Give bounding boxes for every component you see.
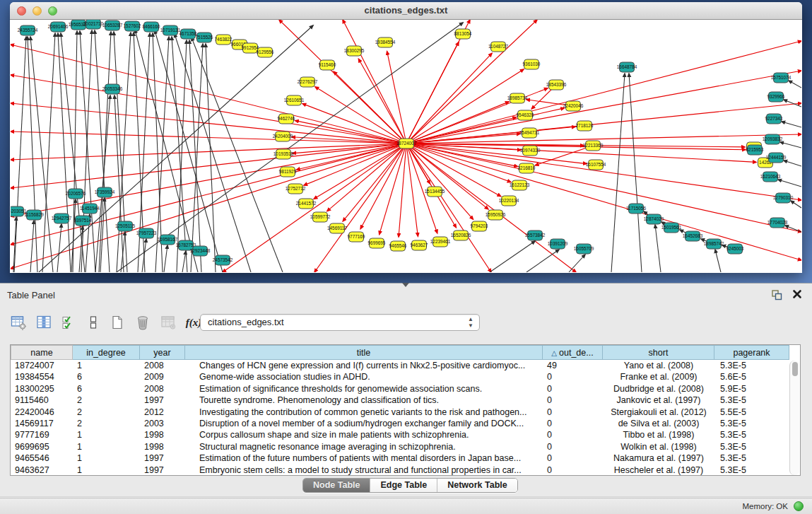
graph-node[interactable]: 22420046 [563,101,584,111]
graph-node[interactable]: 10220134 [499,196,519,206]
graph-node[interactable]: 24355724 [18,25,38,35]
graph-node[interactable]: 17957223 [136,228,157,238]
column-header-in_degree[interactable]: in_degree [73,345,140,360]
graph-node[interactable]: 12093832 [763,134,783,144]
graph-edge-black[interactable] [42,33,55,272]
graph-node[interactable]: 9397514 [74,216,92,226]
graph-node[interactable]: 12505115 [115,221,135,231]
graph-edge-black[interactable] [569,255,585,272]
graph-node[interactable]: 20021710 [83,20,104,29]
graph-edge-black[interactable] [57,224,61,272]
graph-node[interactable]: 11048727 [488,42,508,52]
graph-node[interactable]: 12239461 [430,237,451,247]
graph-edge-red[interactable] [535,146,593,165]
graph-node[interactable]: 12790310 [773,193,794,203]
column-header-year[interactable]: year [140,345,185,360]
graph-edge-black[interactable] [182,251,186,272]
graph-node[interactable]: 9462746 [278,114,295,124]
graph-node[interactable]: 20691406 [48,22,69,32]
graph-node[interactable]: 15019561 [661,223,682,233]
graph-edge-red[interactable] [11,144,406,216]
graph-edge-red[interactable] [11,45,406,144]
graph-edge-black[interactable] [142,239,146,272]
graph-edge-red[interactable] [406,134,801,144]
graph-edge-red[interactable] [11,144,406,188]
graph-edge-red[interactable] [358,59,406,144]
graph-edge-black[interactable] [789,81,801,88]
graph-edge-black[interactable] [715,250,721,272]
graph-edge-red[interactable] [360,144,406,229]
table-row[interactable]: 969969511998Structural magnetic resonanc… [11,441,800,452]
tab-edge-table[interactable]: Edge Table [370,479,437,492]
table-row[interactable]: 977716911998Corpus callosum shape and si… [11,429,800,440]
graph-node[interactable]: 18985734 [507,93,528,103]
graph-node[interactable]: 8813054 [454,29,472,39]
table-mode-icon[interactable] [10,313,27,332]
graph-node[interactable]: 10193518 [273,149,294,159]
graph-node[interactable]: 3216810 [518,163,536,173]
graph-node[interactable]: 10974330 [520,146,541,156]
row-height-icon[interactable] [85,313,102,332]
graph-node[interactable]: 21441572 [296,199,317,209]
graph-node[interactable]: 17704028 [767,218,788,228]
graph-node[interactable]: 12444159 [766,153,787,163]
graph-node[interactable]: 7463822 [215,35,233,45]
graph-node[interactable]: 10599772 [310,212,331,222]
graph-node[interactable]: 11156829 [24,210,44,220]
graph-node[interactable]: 18985742 [704,239,724,249]
graph-node[interactable]: 9465546 [389,241,407,251]
graph-edge-black[interactable] [189,40,201,272]
graph-edge-red[interactable] [406,108,564,144]
graph-edge-red[interactable] [223,144,406,272]
graph-node[interactable]: 8215953 [746,145,764,155]
graph-node[interactable]: 8466160 [143,22,160,32]
column-select-icon[interactable] [61,313,78,332]
graph-node[interactable]: 16122123 [510,180,530,190]
graph-edge-red[interactable] [293,144,406,153]
graph-node[interactable]: 24204009 [273,132,293,141]
graph-edge-red[interactable] [406,144,418,236]
table-select-dropdown[interactable]: citations_edges.txt ▲▼ [200,314,480,331]
graph-node[interactable]: 16648784 [617,62,637,72]
graph-node[interactable]: 4671358 [180,29,197,39]
graph-node[interactable]: 9777169 [348,232,365,242]
graph-node[interactable]: 9115460 [319,60,336,70]
graph-node[interactable]: 10653287 [102,21,123,30]
graph-edge-red[interactable] [406,144,801,232]
table-row[interactable]: 1872400712008Changes of HCN gene express… [11,360,800,371]
graph-node[interactable]: 16055709 [574,244,594,254]
table-row[interactable]: 946362711997Embryonic stem cells: a mode… [11,465,800,476]
tab-node-table[interactable]: Node Table [303,479,370,492]
column-header-title[interactable]: title [185,345,543,360]
graph-node[interactable]: 16520826 [451,230,471,240]
graph-node[interactable]: 9227343 [765,114,783,124]
column-header-out_de[interactable]: △out_de... [543,345,603,360]
graph-node[interactable]: 12752712 [286,184,306,194]
graph-edge-red[interactable] [406,144,801,200]
table-row[interactable]: 946554611997Estimation of the future num… [11,452,800,464]
graph-edge-black[interactable] [782,122,801,127]
float-window-icon[interactable] [771,289,782,300]
graph-node[interactable]: 10719131 [160,25,181,35]
graph-edge-black[interactable] [117,33,131,272]
show-columns-icon[interactable] [35,313,52,332]
graph-node[interactable]: 9245003 [726,244,744,254]
graph-edge-red[interactable] [315,87,406,144]
graph-node[interactable]: 20206576 [66,189,86,199]
graph-edge-red[interactable] [302,104,406,144]
graph-edge-black[interactable] [114,32,127,272]
tab-network-table[interactable]: Network Table [437,479,517,492]
graph-node[interactable]: 19384554 [375,37,396,47]
graph-node[interactable]: 12942757 [52,214,72,223]
graph-node[interactable]: 9546328 [517,110,534,120]
graph-edge-black[interactable] [791,201,801,208]
graph-node[interactable]: 11451944 [80,204,100,214]
graph-node[interactable]: 9463627 [411,240,428,250]
graph-node[interactable]: 11715056 [626,204,646,214]
close-icon[interactable] [792,289,804,300]
graph-edge-red[interactable] [406,144,501,197]
column-header-pagerank[interactable]: pagerank [714,345,789,360]
graph-edge-black[interactable] [71,199,76,272]
graph-node[interactable]: 12923448 [190,246,211,256]
graph-node[interactable]: 9794203 [471,221,488,231]
